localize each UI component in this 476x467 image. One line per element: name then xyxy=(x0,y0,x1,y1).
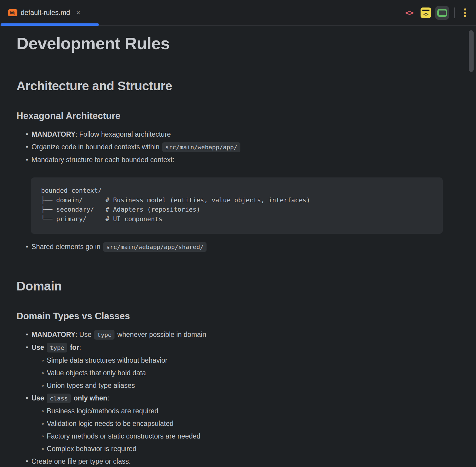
subsection-heading-hexagonal: Hexagonal Architecture xyxy=(16,111,451,121)
type-usage-sublist: Simple data structures without behavior … xyxy=(31,354,451,392)
scrollbar-thumb[interactable] xyxy=(469,30,474,72)
list-item: Useclassonly when: Business logic/method… xyxy=(31,392,451,455)
inline-code: class xyxy=(47,394,71,403)
inline-code: src/main/webapp/app/shared/ xyxy=(103,242,207,252)
more-options-button[interactable] xyxy=(460,6,470,20)
close-icon[interactable]: ✕ xyxy=(76,10,81,16)
list-item: Business logic/methods are required xyxy=(47,405,451,417)
list-item: MANDATORY: Usetypewhenever possible in d… xyxy=(31,328,451,341)
show-editor-and-preview-button[interactable]: <> xyxy=(419,6,433,20)
tab-default-rules[interactable]: M↓ default-rules.md ✕ xyxy=(0,0,87,25)
list-item: Union types and type aliases xyxy=(47,379,451,392)
architecture-list: MANDATORY: Follow hexagonal architecture… xyxy=(16,128,451,166)
markdown-preview: Development Rules Architecture and Struc… xyxy=(0,26,476,467)
subsection-heading-types-vs-classes: Domain Types vs Classes xyxy=(16,311,451,322)
architecture-list-continued: Shared elements go insrc/main/webapp/app… xyxy=(16,240,451,253)
section-heading-architecture: Architecture and Structure xyxy=(16,79,451,93)
tab-title: default-rules.md xyxy=(21,9,70,17)
markdown-icon-glyph: M↓ xyxy=(10,10,16,15)
markdown-icon: M↓ xyxy=(8,9,17,16)
list-item: Create one file per type or class. xyxy=(31,455,451,467)
more-options-icon xyxy=(464,8,466,10)
show-editor-only-button[interactable]: <> xyxy=(402,6,416,20)
section-heading-domain: Domain xyxy=(16,279,451,293)
tab-bar: M↓ default-rules.md ✕ <> <> xyxy=(0,0,476,26)
toolbar-divider xyxy=(454,7,455,18)
list-item: Validation logic needs to be encapsulate… xyxy=(47,417,451,430)
preview-icon xyxy=(437,9,447,17)
list-item: Factory methods or static constructors a… xyxy=(47,430,451,442)
list-item: Mandatory structure for each bounded con… xyxy=(31,153,451,166)
inline-code: src/main/webapp/app/ xyxy=(162,142,240,152)
code-block: bounded-context/ ├── domain/ # Business … xyxy=(31,177,443,234)
code-brackets-icon: <> xyxy=(405,8,413,17)
split-view-icon: <> xyxy=(421,7,431,18)
list-item: Value objects that only hold data xyxy=(47,367,451,379)
list-item: Simple data structures without behavior xyxy=(47,354,451,367)
class-usage-sublist: Business logic/methods are required Vali… xyxy=(31,405,451,455)
list-item: Complex behavior is required xyxy=(47,442,451,455)
list-item: Usetypefor: Simple data structures witho… xyxy=(31,341,451,392)
markdown-toolbar: <> <> xyxy=(402,6,476,20)
domain-list: MANDATORY: Usetypewhenever possible in d… xyxy=(16,328,451,467)
list-item: MANDATORY: Follow hexagonal architecture xyxy=(31,128,451,141)
inline-code: type xyxy=(47,343,67,352)
show-preview-only-button[interactable] xyxy=(435,6,449,20)
split-view-icon-glyph: <> xyxy=(423,11,428,17)
page-title: Development Rules xyxy=(16,34,451,53)
inline-code: type xyxy=(94,330,115,340)
active-tab-indicator xyxy=(1,23,99,26)
list-item: Organize code in bounded contexts within… xyxy=(31,141,451,153)
list-item: Shared elements go insrc/main/webapp/app… xyxy=(31,240,451,253)
